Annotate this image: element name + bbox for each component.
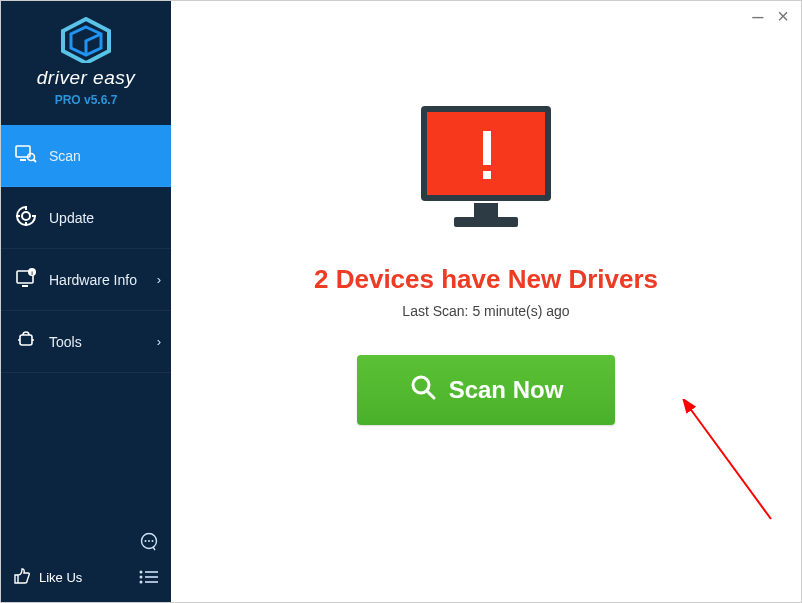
scan-icon bbox=[15, 145, 37, 166]
svg-point-24 bbox=[140, 576, 143, 579]
search-icon bbox=[409, 373, 437, 407]
app-window: driver easy PRO v5.6.7 Scan bbox=[0, 0, 802, 603]
brand-logo-icon bbox=[59, 49, 113, 66]
brand-name: driver easy bbox=[11, 67, 161, 89]
update-icon bbox=[15, 205, 37, 230]
feedback-icon[interactable] bbox=[139, 532, 159, 556]
svg-point-19 bbox=[145, 540, 147, 542]
main-content: – × 2 Devices have New Drivers Last Scan… bbox=[171, 1, 801, 602]
svg-rect-31 bbox=[454, 217, 518, 227]
titlebar: – × bbox=[171, 1, 801, 31]
svg-line-36 bbox=[689, 407, 771, 519]
svg-rect-8 bbox=[25, 222, 27, 226]
status-monitor-icon bbox=[411, 101, 561, 240]
svg-rect-32 bbox=[483, 131, 491, 165]
thumbs-up-icon bbox=[13, 567, 31, 588]
svg-rect-15 bbox=[20, 335, 32, 345]
scan-now-label: Scan Now bbox=[449, 376, 564, 404]
sidebar: driver easy PRO v5.6.7 Scan bbox=[1, 1, 171, 602]
scan-now-button[interactable]: Scan Now bbox=[357, 355, 615, 425]
close-button[interactable]: × bbox=[777, 5, 789, 28]
brand-version: PRO v5.6.7 bbox=[11, 93, 161, 107]
sidebar-item-tools[interactable]: Tools › bbox=[1, 311, 171, 373]
menu-icon[interactable] bbox=[139, 570, 159, 588]
svg-rect-33 bbox=[483, 171, 491, 179]
tools-icon bbox=[15, 330, 37, 353]
svg-line-35 bbox=[427, 391, 434, 398]
status-title: 2 Devices have New Drivers bbox=[314, 264, 658, 295]
last-scan-text: Last Scan: 5 minute(s) ago bbox=[402, 303, 569, 319]
sidebar-nav: Scan Update bbox=[1, 125, 171, 373]
svg-rect-12 bbox=[22, 285, 28, 287]
svg-rect-3 bbox=[20, 159, 26, 161]
like-us-button[interactable]: Like Us bbox=[13, 567, 82, 588]
sidebar-item-label: Update bbox=[49, 210, 94, 226]
svg-rect-30 bbox=[474, 203, 498, 217]
sidebar-item-hardware-info[interactable]: i Hardware Info › bbox=[1, 249, 171, 311]
svg-rect-9 bbox=[16, 215, 20, 217]
svg-point-6 bbox=[22, 212, 30, 220]
svg-line-5 bbox=[34, 160, 37, 163]
svg-rect-10 bbox=[32, 215, 36, 217]
sidebar-item-scan[interactable]: Scan bbox=[1, 125, 171, 187]
sidebar-item-update[interactable]: Update bbox=[1, 187, 171, 249]
minimize-button[interactable]: – bbox=[752, 11, 763, 21]
chevron-right-icon: › bbox=[157, 272, 161, 287]
chevron-right-icon: › bbox=[157, 334, 161, 349]
annotation-arrow bbox=[681, 399, 791, 529]
sidebar-bottom: Like Us bbox=[1, 522, 171, 602]
brand-area: driver easy PRO v5.6.7 bbox=[1, 1, 171, 117]
sidebar-item-label: Tools bbox=[49, 334, 82, 350]
hardware-info-icon: i bbox=[15, 268, 37, 291]
like-us-label: Like Us bbox=[39, 570, 82, 585]
svg-point-21 bbox=[152, 540, 154, 542]
svg-point-20 bbox=[148, 540, 150, 542]
svg-point-22 bbox=[140, 571, 143, 574]
sidebar-item-label: Hardware Info bbox=[49, 272, 137, 288]
sidebar-item-label: Scan bbox=[49, 148, 81, 164]
svg-point-26 bbox=[140, 581, 143, 584]
svg-rect-7 bbox=[25, 206, 27, 210]
